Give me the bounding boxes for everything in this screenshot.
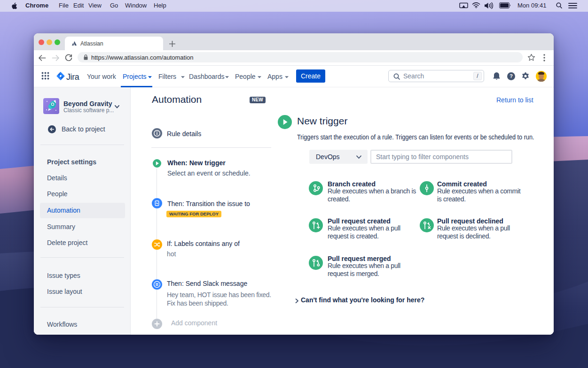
svg-text:?: ? bbox=[510, 73, 513, 79]
